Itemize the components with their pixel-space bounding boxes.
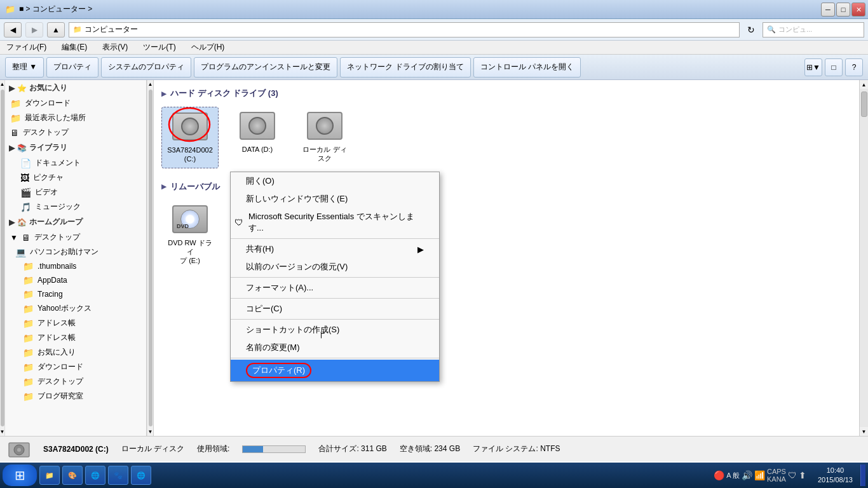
ctx-restore[interactable]: 以前のバージョンの復元(V) — [231, 258, 439, 276]
preview-pane-toggle[interactable]: □ — [825, 58, 843, 76]
scroll-up-btn[interactable]: ▲ — [860, 80, 869, 89]
maximize-button[interactable]: □ — [836, 3, 850, 17]
sidebar-item-recent[interactable]: 📁最近表示した場所 — [5, 111, 146, 125]
address-input[interactable]: 📁 コンピューター — [69, 22, 740, 37]
drive-dvd-label: DVD RW ドライプ (E:) — [165, 238, 215, 266]
sidebar-item-documents[interactable]: 📄ドキュメント — [5, 156, 146, 170]
help-button[interactable]: ? — [845, 58, 863, 76]
sidebar-scroll-up[interactable]: ▲ — [147, 80, 154, 88]
sidebar-item-music[interactable]: 🎵ミュージック — [5, 200, 146, 214]
toolbar-organize[interactable]: 整理 ▼ — [5, 57, 44, 78]
right-scrollbar: ▲ ▼ — [859, 80, 868, 436]
menu-tools[interactable]: ツール(T) — [140, 41, 178, 54]
drive-local-label: ローカル ディスク — [300, 145, 349, 163]
tray-icon-lang[interactable]: A 般 — [726, 471, 740, 480]
sidebar-library-header[interactable]: ▶📚ライブラリ — [5, 140, 146, 156]
ctx-copy[interactable]: コピー(C) — [231, 300, 439, 318]
menu-view[interactable]: 表示(V) — [100, 41, 130, 54]
status-free: 空き領域: 234 GB — [400, 444, 460, 454]
close-button[interactable]: ✕ — [851, 3, 865, 17]
sidebar-item-pc[interactable]: 💻パソコンお助けマン — [5, 245, 146, 259]
drive-c[interactable]: S3A7824D002(C:) — [161, 107, 219, 168]
menu-bar: ファイル(F) 編集(E) 表示(V) ツール(T) ヘルプ(H) — [0, 41, 868, 55]
taskbar-item-5[interactable]: 🌐 — [131, 466, 151, 485]
menu-help[interactable]: ヘルプ(H) — [189, 41, 227, 54]
back-button[interactable]: ◀ — [4, 22, 22, 37]
search-box[interactable]: 🔍 コンピュ... — [763, 22, 864, 37]
menu-edit[interactable]: 編集(E) — [59, 41, 90, 54]
sidebar-item-yahoo[interactable]: 📁Yahoo!ボックス — [5, 301, 146, 316]
sidebar-item-videos[interactable]: 🎬ビデオ — [5, 185, 146, 200]
sidebar-item-address2[interactable]: 📁アドレス帳 — [5, 330, 146, 345]
ctx-properties-label: プロパティ(R) — [246, 363, 311, 378]
ctx-share[interactable]: 共有(H) ▶ — [231, 240, 439, 258]
view-toggle[interactable]: ⊞▼ — [804, 58, 822, 76]
ctx-open[interactable]: 開く(O) — [231, 172, 439, 190]
ctx-rename[interactable]: 名前の変更(M) — [231, 339, 439, 356]
show-desktop-button[interactable] — [860, 464, 865, 486]
tray-icon-network[interactable]: 📶 — [754, 470, 765, 480]
sidebar-item-favorites2[interactable]: 📁お気に入り — [5, 345, 146, 360]
taskbar-item-4[interactable]: 🐾 — [108, 466, 128, 485]
tray-icon-1[interactable]: 🔴 — [714, 470, 724, 480]
sidebar-item-desktop1[interactable]: 🖥デスクトップ — [5, 125, 146, 140]
ctx-format[interactable]: フォーマット(A)... — [231, 279, 439, 297]
toolbar-control-panel[interactable]: コントロール パネルを開く — [473, 57, 581, 78]
drive-local-icon — [306, 111, 344, 141]
sidebar-favorites-header[interactable]: ▶⭐お気に入り — [5, 80, 146, 96]
forward-button[interactable]: ▶ — [25, 22, 43, 37]
hdd-platter-d — [248, 117, 266, 135]
drive-d[interactable]: DATA (D:) — [229, 107, 286, 168]
menu-file[interactable]: ファイル(F) — [4, 41, 49, 54]
ctx-shortcut[interactable]: ショートカットの作成(S) — [231, 321, 439, 339]
status-used-label: 使用領域: — [197, 444, 229, 454]
sidebar-homegroup-header[interactable]: ▶🏠ホームグループ — [5, 214, 146, 230]
scroll-down-btn[interactable]: ▼ — [860, 427, 869, 436]
drive-dvd[interactable]: DVD DVD RW ドライプ (E:) — [161, 200, 219, 269]
sidebar-item-desktop2[interactable]: ▼🖥デスクトップ — [5, 230, 146, 245]
ctx-properties[interactable]: プロパティ(R) — [231, 360, 439, 381]
sidebar-item-pictures[interactable]: 🖼ピクチャ — [5, 170, 146, 185]
refresh-button[interactable]: ↻ — [743, 22, 759, 37]
sidebar: ▶⭐お気に入り 📁ダウンロード 📁最近表示した場所 🖥デスクトップ ▶📚ライブラ… — [5, 80, 147, 436]
sidebar-item-appdata[interactable]: 📁AppData — [5, 273, 146, 287]
tray-icon-security[interactable]: 🛡 — [788, 470, 797, 480]
sidebar-item-thumbnails[interactable]: 📁.thumbnails — [5, 259, 146, 273]
taskbar-item-3[interactable]: 🌐 — [85, 466, 105, 485]
toolbar-network-drive[interactable]: ネットワーク ドライブの割り当て — [340, 57, 470, 78]
sidebar-scroll-down[interactable]: ▼ — [147, 428, 154, 436]
status-usage-bar — [242, 445, 306, 453]
sidebar-item-download2[interactable]: 📁ダウンロード — [5, 360, 146, 374]
scroll-track[interactable] — [860, 89, 868, 427]
sidebar-item-blog[interactable]: 📁ブログ研究室 — [5, 389, 146, 403]
start-button[interactable]: ⊞ — [3, 464, 37, 486]
title-bar-buttons: ─ □ ✕ — [821, 3, 865, 17]
dvd-label-text: DVD — [177, 223, 189, 229]
taskbar-item-1[interactable]: 📁 — [39, 466, 60, 485]
drive-local[interactable]: ローカル ディスク — [296, 107, 353, 168]
taskbar-item-2[interactable]: 🎨 — [62, 466, 83, 485]
tray-icon-update[interactable]: ⬆ — [799, 470, 806, 480]
clock[interactable]: 10:40 2015/08/13 — [813, 466, 858, 485]
sidebar-item-address1[interactable]: 📁アドレス帳 — [5, 316, 146, 330]
toolbar-right: ⊞▼ □ ? — [804, 58, 863, 76]
ctx-mse-scan[interactable]: 🛡 Microsoft Security Essentials でスキャンします… — [231, 208, 439, 237]
minimize-button[interactable]: ─ — [821, 3, 835, 17]
toolbar-properties[interactable]: プロパティ — [46, 57, 98, 78]
toolbar-system-props[interactable]: システムのプロパティ — [101, 57, 191, 78]
taskbar: ⊞ 📁 🎨 🌐 🐾 🌐 🔴 A 般 🔊 📶 CAPSKANA 🛡 ⬆ 10:40… — [0, 463, 868, 488]
ctx-new-window[interactable]: 新しいウィンドウで開く(E) — [231, 190, 439, 208]
svg-point-0 — [169, 108, 210, 141]
tray-icon-notification[interactable]: CAPSKANA — [767, 468, 786, 483]
drive-d-label: DATA (D:) — [242, 145, 273, 154]
sidebar-item-download[interactable]: 📁ダウンロード — [5, 96, 146, 111]
hdd-shape-local — [307, 112, 342, 140]
sidebar-item-tracing[interactable]: 📁Tracing — [5, 287, 146, 301]
system-tray: 🔴 A 般 🔊 📶 CAPSKANA 🛡 ⬆ — [710, 468, 810, 483]
up-button[interactable]: ▲ — [47, 22, 65, 37]
sidebar-item-desktop3[interactable]: 📁デスクトップ — [5, 374, 146, 389]
toolbar: 整理 ▼ プロパティ システムのプロパティ プログラムのアンインストールと変更 … — [0, 55, 868, 80]
tray-icon-sound[interactable]: 🔊 — [742, 470, 752, 480]
toolbar-uninstall[interactable]: プログラムのアンインストールと変更 — [194, 57, 337, 78]
sidebar-panel: ▲ ▼ ▶⭐お気に入り 📁ダウンロード 📁最近表示した場所 🖥デスクトップ — [0, 80, 154, 436]
